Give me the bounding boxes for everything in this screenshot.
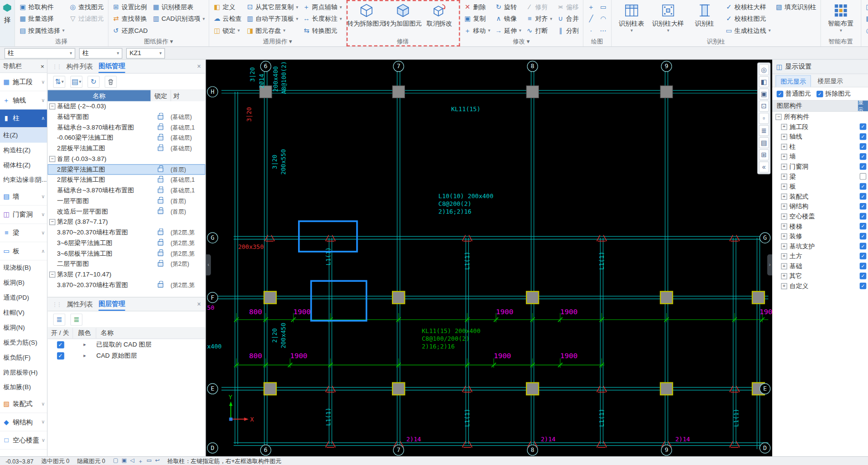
show-checkbox[interactable]: ✓ bbox=[860, 183, 867, 190]
auto-align-slab-button[interactable]: ▥自动平齐顶板▾ bbox=[245, 13, 299, 24]
sheet-row[interactable]: 改造后一层平面图(首层) bbox=[47, 206, 205, 217]
set-scale-button[interactable]: ⊞设置比例 bbox=[111, 1, 149, 13]
fill-identify-column-button[interactable]: ▨填充识别柱 bbox=[774, 1, 818, 13]
display-tree-item-装修[interactable]: +装修✓ bbox=[772, 231, 868, 241]
new-sheet-button[interactable]: ▤▾ bbox=[70, 75, 82, 87]
status-tool-button[interactable]: ↩ bbox=[155, 457, 160, 465]
nav-subitem-板加腋(B)[interactable]: 板加腋(B) bbox=[0, 380, 47, 395]
collapse-icon[interactable]: − bbox=[49, 272, 56, 278]
expand-icon[interactable]: + bbox=[781, 124, 787, 130]
display-tree-item-施工段[interactable]: +施工段✓ bbox=[772, 122, 868, 132]
show-checkbox[interactable] bbox=[860, 173, 867, 180]
tab-sheet-manager[interactable]: 图纸管理 bbox=[99, 60, 125, 73]
lock-icon[interactable] bbox=[158, 209, 163, 214]
nav-subitem-通道(PD)[interactable]: 通道(PD) bbox=[0, 291, 47, 305]
show-checkbox[interactable]: ✓ bbox=[860, 143, 867, 150]
refresh-sheets-button[interactable]: ↻ bbox=[88, 75, 100, 87]
show-checkbox[interactable]: ✓ bbox=[860, 273, 867, 279]
display-tree-item-柱[interactable]: +柱✓ bbox=[772, 142, 868, 152]
nav-item-装配式[interactable]: ▧装配式∨ bbox=[0, 395, 47, 413]
delete-sheet-button[interactable] bbox=[105, 75, 117, 87]
sheet-group-row[interactable]: −首层 (-0.03~3.87) bbox=[47, 154, 205, 164]
display-tree-root[interactable]: −所有构件 bbox=[772, 112, 868, 122]
identify-floor-table-button[interactable]: ▦识别楼层表 bbox=[151, 1, 206, 13]
nav-item-柱[interactable]: ▮柱∧ bbox=[0, 110, 47, 128]
length-dim-button[interactable]: ↔长度标注▾ bbox=[301, 13, 343, 24]
grid-snap-button[interactable]: ⊞ bbox=[759, 149, 769, 160]
layer-visible-checkbox[interactable]: ✓ bbox=[57, 341, 64, 348]
cloud-check-button[interactable]: ☁云检查 bbox=[212, 13, 242, 24]
convert-elements-button[interactable]: ⇆转换图元 bbox=[301, 25, 343, 36]
nav-close-icon[interactable]: × bbox=[41, 63, 45, 70]
show-checkbox[interactable]: ✓ bbox=[860, 233, 867, 240]
show-checkbox[interactable]: ✓ bbox=[860, 153, 867, 160]
check-normal-elements[interactable]: ✓ 普通图元 bbox=[777, 89, 811, 98]
status-tool-button[interactable]: ＋ bbox=[137, 457, 143, 465]
judge-corner-column-button[interactable]: ▦判断边角柱 bbox=[864, 13, 868, 24]
cad-viewport[interactable]: 80019001900190019008001900190019003|202Ø… bbox=[206, 60, 772, 456]
draw-dot-button[interactable]: · bbox=[586, 25, 596, 36]
sheet-group-row[interactable]: −第2层 (3.87~7.17) bbox=[47, 217, 205, 227]
extend-button[interactable]: →延伸▾ bbox=[494, 25, 523, 36]
measure-button[interactable]: ≣ bbox=[759, 125, 769, 136]
quick-selector-2[interactable]: KZ1▾ bbox=[126, 48, 165, 58]
display-tree-item-钢结构[interactable]: +钢结构✓ bbox=[772, 201, 868, 211]
show-checkbox[interactable]: ✓ bbox=[860, 243, 867, 249]
tab-property-list[interactable]: 属性列表 bbox=[66, 298, 93, 311]
nav-item-施工段[interactable]: ▦施工段∨ bbox=[0, 73, 47, 91]
panel-close-icon[interactable]: × bbox=[197, 62, 201, 70]
show-checkbox[interactable]: ✓ bbox=[860, 123, 867, 130]
expand-icon[interactable]: + bbox=[781, 213, 787, 219]
restore-cad-button[interactable]: ↺还原CAD bbox=[111, 25, 149, 36]
expand-icon[interactable]: + bbox=[781, 163, 787, 170]
sheet-row[interactable]: 3.870~20.370墙柱布置图(第2层,第 bbox=[47, 227, 205, 238]
collapse-icon[interactable]: − bbox=[776, 114, 782, 120]
lock-icon[interactable] bbox=[158, 125, 163, 130]
lock-icon[interactable] bbox=[158, 199, 163, 203]
nav-item-钢结构[interactable]: ◆钢结构∨ bbox=[0, 413, 47, 432]
display-tree-item-基础[interactable]: +基础✓ bbox=[772, 261, 868, 271]
nav-subitem-柱(Z)[interactable]: 柱(Z) bbox=[0, 128, 47, 143]
collapse-button[interactable]: « bbox=[759, 161, 769, 173]
nav-item-墙[interactable]: ▤墙∨ bbox=[0, 188, 47, 206]
to-demolish-button[interactable]: 转为拆除图元 bbox=[349, 1, 383, 28]
panel-collapse-handle-left[interactable]: ‹ bbox=[206, 254, 211, 275]
nav-subitem-跨层板带(H)[interactable]: 跨层板带(H) bbox=[0, 365, 47, 380]
adjust-column-end-button[interactable]: ◫调整柱端头 bbox=[864, 1, 868, 13]
find-replace-button[interactable]: ⇄查找替换 bbox=[111, 13, 149, 24]
delete-button[interactable]: ✕删除 bbox=[463, 1, 492, 13]
display-tree-item-门窗洞[interactable]: +门窗洞✓ bbox=[772, 161, 868, 172]
show-checkbox[interactable]: ✓ bbox=[860, 283, 867, 290]
expand-icon[interactable]: + bbox=[781, 193, 787, 200]
panel-collapse-handle-right[interactable]: › bbox=[767, 254, 772, 275]
display-tree-item-空心楼盖[interactable]: +空心楼盖✓ bbox=[772, 211, 868, 221]
pick-sheet-button[interactable]: ⇅▾ bbox=[53, 75, 65, 87]
layer-row[interactable]: ✓▸CAD 原始图层 bbox=[47, 350, 205, 361]
draw-arc-button[interactable]: ◠ bbox=[598, 13, 608, 24]
nav-item-板[interactable]: ▭板∧ bbox=[0, 242, 47, 261]
sheet-row[interactable]: 一层平面图(首层) bbox=[47, 196, 205, 206]
lock-icon[interactable] bbox=[158, 115, 163, 119]
draw-rect-button[interactable]: ▭ bbox=[598, 1, 608, 13]
mirror-button[interactable]: ∧镜像 bbox=[494, 13, 523, 24]
expand-icon[interactable]: + bbox=[781, 203, 787, 209]
layer-row[interactable]: ✓▸已提取的 CAD 图层 bbox=[47, 339, 205, 350]
collapse-icon[interactable]: − bbox=[49, 156, 56, 162]
lock-icon[interactable] bbox=[158, 167, 163, 172]
sheet-group-row[interactable]: −第3层 (7.17~10.47) bbox=[47, 269, 205, 280]
tab-layer-manager[interactable]: 图层管理 bbox=[99, 298, 125, 311]
cancel-demolish-button[interactable]: 取消拆改 bbox=[422, 1, 457, 28]
quick-selector-1[interactable]: 柱▾ bbox=[79, 48, 122, 58]
select-side-tab[interactable]: 择 bbox=[0, 0, 15, 46]
copy-from-layer-button[interactable]: ⊡从其它层复制▾ bbox=[245, 1, 299, 13]
display-tree-item-梁[interactable]: +梁 bbox=[772, 172, 868, 182]
sheet-list-button[interactable]: ▤ bbox=[759, 137, 769, 148]
show-checkbox[interactable]: ✓ bbox=[860, 262, 867, 269]
pick-button[interactable]: ▣拾取构件 bbox=[18, 1, 66, 13]
cad-canvas[interactable]: 80019001900190019008001900190019003|202Ø… bbox=[206, 60, 772, 456]
attr-select-button[interactable]: ▤按属性选择▾ bbox=[18, 25, 66, 36]
show-checkbox[interactable]: ✓ bbox=[860, 213, 867, 219]
draw-more-button[interactable]: ⋯ bbox=[598, 25, 608, 36]
identify-column-button[interactable]: 识别柱 bbox=[688, 1, 722, 28]
sheet-row[interactable]: 基础承台~3.870墙柱布置图(基础层,1 bbox=[47, 122, 205, 133]
